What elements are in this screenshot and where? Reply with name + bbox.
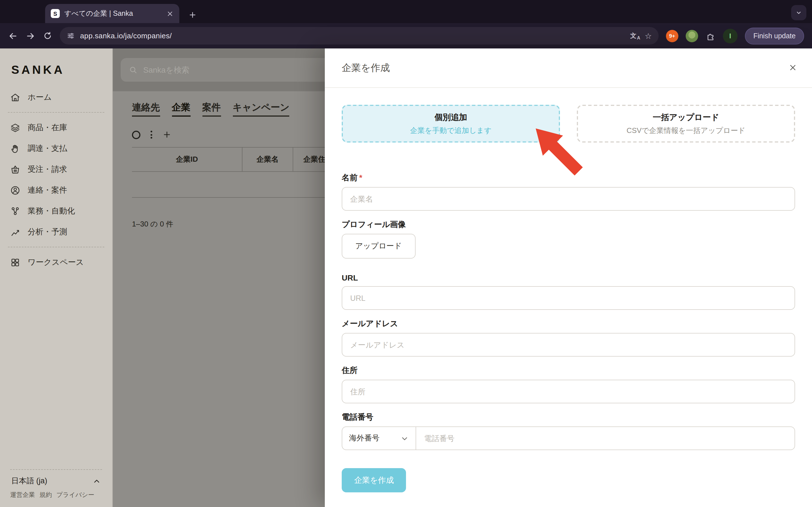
drawer-title: 企業を作成	[342, 61, 390, 74]
phone-country-select[interactable]: 海外番号	[342, 427, 416, 450]
browser-tab-bar: S すべての企業 | Sanka	[0, 0, 812, 23]
new-tab-button[interactable]	[188, 11, 197, 19]
workspace-grid-icon	[10, 257, 20, 267]
browser-tab[interactable]: S すべての企業 | Sanka	[45, 4, 179, 23]
column-header-company-id: 企業ID	[132, 148, 243, 171]
phone-number-input[interactable]	[416, 427, 795, 450]
url-text[interactable]: app.sanka.io/ja/companies/	[80, 32, 172, 40]
hand-icon	[10, 144, 20, 154]
extensions-puzzle-icon[interactable]	[705, 31, 716, 41]
finish-update-button[interactable]: Finish update	[745, 27, 804, 44]
tab-companies[interactable]: 企業	[172, 101, 190, 117]
sidebar-separator	[8, 112, 104, 113]
upload-button[interactable]: アップロード	[342, 234, 415, 259]
translate-icon[interactable]: 文A	[630, 32, 640, 40]
sidebar-item-orders-invoices[interactable]: 受注・請求	[0, 159, 112, 180]
search-icon	[129, 65, 138, 74]
close-icon[interactable]	[788, 63, 797, 72]
field-address: 住所	[342, 365, 795, 403]
sanka-logo[interactable]: SANKA	[0, 48, 112, 87]
site-favicon: S	[51, 9, 60, 18]
field-name: 名前*	[342, 173, 795, 211]
field-phone: 電話番号 海外番号	[342, 412, 795, 450]
profile-avatar[interactable]: I	[723, 29, 738, 43]
org-nodes-icon	[10, 206, 20, 216]
footer-link-company[interactable]: 運営企業	[10, 491, 35, 499]
basket-icon	[10, 164, 20, 174]
company-address-input[interactable]	[342, 380, 795, 403]
site-settings-icon[interactable]	[66, 32, 75, 40]
company-name-input[interactable]	[342, 187, 795, 211]
tab-campaigns[interactable]: キャンペーン	[233, 101, 290, 117]
sidebar-footer: 日本語 (ja) 運営企業 規約 プライバシー	[0, 469, 112, 507]
sidebar-item-workspace[interactable]: ワークスペース	[0, 252, 112, 273]
tab-deals[interactable]: 案件	[202, 101, 221, 117]
sidebar-item-home[interactable]: ホーム	[0, 87, 112, 108]
address-bar[interactable]: app.sanka.io/ja/companies/ 文A ☆	[60, 27, 659, 45]
language-selector[interactable]: 日本語 (ja)	[10, 469, 102, 491]
field-email: メールアドレス	[342, 319, 795, 356]
create-company-drawer: 企業を作成 個別追加 企業を手動で追加します 一括アップロード CSVで企業情報…	[325, 48, 812, 507]
kebab-menu-icon[interactable]	[151, 131, 152, 138]
back-button[interactable]	[8, 31, 18, 41]
layers-icon	[10, 122, 20, 133]
footer-link-terms[interactable]: 規約	[40, 491, 52, 499]
company-url-input[interactable]	[342, 286, 795, 310]
required-asterisk: *	[359, 173, 362, 183]
tab-contacts[interactable]: 連絡先	[132, 101, 160, 117]
extension-badge[interactable]: 9+	[666, 30, 678, 42]
bookmark-star-icon[interactable]: ☆	[645, 31, 652, 40]
app-window: SANKA ホーム 商品・在庫 調達・支払 受注・請求 連絡・案件	[0, 48, 812, 507]
footer-link-privacy[interactable]: プライバシー	[56, 491, 94, 499]
reload-button[interactable]	[43, 31, 52, 41]
search-input[interactable]	[143, 65, 324, 74]
option-card-bulk-upload[interactable]: 一括アップロード CSVで企業情報を一括アップロード	[577, 105, 795, 143]
sidebar-item-procurement-payment[interactable]: 調達・支払	[0, 138, 112, 159]
company-email-input[interactable]	[342, 333, 795, 356]
sidebar-item-products-inventory[interactable]: 商品・在庫	[0, 117, 112, 138]
sidebar-item-analytics-forecast[interactable]: 分析・予測	[0, 221, 112, 242]
browser-address-bar: app.sanka.io/ja/companies/ 文A ☆ 9+ I Fin…	[0, 23, 812, 48]
sidebar-item-contacts-deals[interactable]: 連絡・案件	[0, 180, 112, 201]
forward-button[interactable]	[26, 31, 36, 41]
view-circle-icon[interactable]	[132, 130, 140, 139]
sidebar-item-operations-automation[interactable]: 業務・自動化	[0, 201, 112, 221]
chart-icon	[10, 227, 20, 237]
sidebar: SANKA ホーム 商品・在庫 調達・支払 受注・請求 連絡・案件	[0, 48, 113, 507]
column-header-company-name: 企業名	[243, 148, 293, 171]
chevron-up-icon	[93, 477, 101, 485]
option-card-manual-add[interactable]: 個別追加 企業を手動で追加します	[342, 105, 560, 143]
extension-avatar-icon[interactable]	[686, 30, 698, 42]
chevron-down-icon	[400, 434, 409, 443]
tab-title: すべての企業 | Sanka	[64, 9, 162, 18]
sidebar-separator	[8, 247, 104, 247]
field-url: URL	[342, 273, 795, 310]
create-company-submit-button[interactable]: 企業を作成	[342, 468, 406, 492]
contact-icon	[10, 185, 20, 195]
home-icon	[10, 92, 20, 102]
red-annotation-arrow	[536, 128, 585, 178]
screen: S すべての企業 | Sanka app.sanka.io/ja/compani	[0, 0, 812, 507]
add-view-button[interactable]	[162, 130, 171, 139]
field-profile-image: プロフィール画像 アップロード	[342, 220, 795, 259]
tab-search-button[interactable]	[791, 5, 806, 20]
tab-close-icon[interactable]	[166, 10, 174, 17]
